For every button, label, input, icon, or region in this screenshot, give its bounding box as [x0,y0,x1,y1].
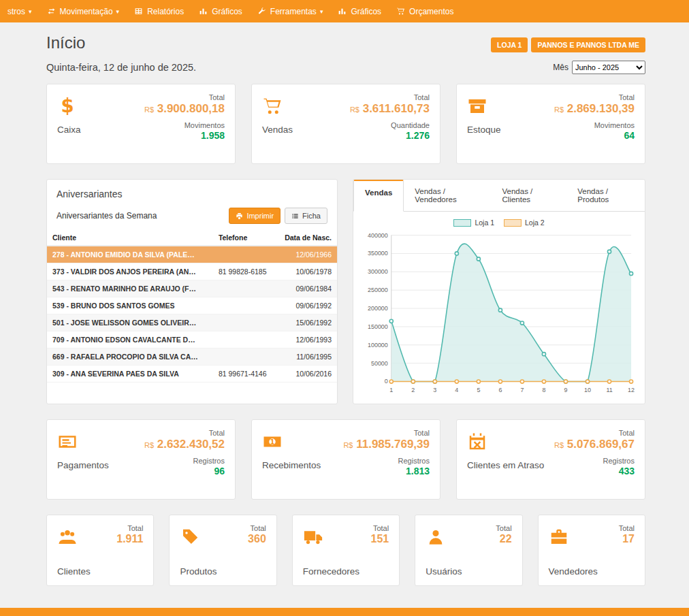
svg-text:350000: 350000 [368,250,388,257]
count-value: 151 [370,533,389,545]
count-card-usuarios[interactable]: Total22Usuários [415,515,522,586]
stats-row-3: Total1.911ClientesTotal360ProdutosTotal1… [46,515,645,586]
stat-card-estoque[interactable]: EstoqueTotalR$ 2.869.130,39Movimentos64 [456,84,645,164]
print-button[interactable]: Imprimir [229,208,281,224]
bar-chart-icon [338,7,347,16]
tab-vendas[interactable]: Vendas [353,180,404,212]
chart-legend: Loja 1Loja 2 [360,218,638,227]
total-label: Total [370,524,389,532]
nav-item-graficos[interactable]: Gráficos [191,0,250,22]
svg-text:8: 8 [542,387,545,393]
sub-label: Registros [554,457,635,465]
col-data-nasc: Data de Nasc. [276,230,337,246]
chart-tabs: VendasVendas / VendedoresVendas / Client… [353,180,645,212]
bar-chart-icon [199,7,208,16]
table-icon [134,7,143,16]
users-icon [57,527,78,547]
count-value: 1.911 [116,533,143,545]
total-label: Total [116,524,143,532]
sales-area-chart: 0500001000001500002000002500003000003500… [360,229,638,398]
truck-icon [303,527,323,547]
svg-text:4: 4 [455,387,458,393]
sub-value: 64 [554,130,635,141]
page-title: Início [46,33,85,52]
stats-row-2: PagamentosTotalR$ 2.632.430,52Registros9… [46,419,645,500]
stat-card-caixa[interactable]: CaixaTotalR$ 3.900.800,18Movimentos1.958 [46,84,236,164]
stat-card-recebimentos[interactable]: RecebimentosTotalR$ 11.985.769,39Registr… [251,419,440,500]
nav-item-stros[interactable]: stros▾ [0,0,39,22]
birthday-row[interactable]: 309 - ANA SEVERINA PAES DA SILVA81 99671… [47,366,337,383]
svg-text:0: 0 [385,378,388,385]
tag-icon [180,527,200,547]
svg-text:10: 10 [584,387,591,393]
stat-card-pagamentos[interactable]: PagamentosTotalR$ 2.632.430,52Registros9… [46,419,236,500]
birthday-row[interactable]: 669 - RAFAELA PROCOPIO DA SILVA CA…11/06… [47,348,337,366]
total-value: R$ 2.869.130,39 [554,102,635,116]
nav-item-ferramentas[interactable]: Ferramentas▾ [250,0,331,22]
birthdays-panel: Aniversariantes Aniversariantes da Seman… [46,179,338,404]
count-card-fornecedores[interactable]: Total151Fornecedores [292,515,400,586]
tab-vendas-produtos[interactable]: Vendas / Produtos [566,180,645,211]
company-badge[interactable]: PANNOS E PANNOS LTDA ME [531,37,645,52]
svg-text:1: 1 [389,387,393,393]
list-icon [291,212,299,220]
svg-text:12: 12 [628,387,635,393]
cart-icon [262,96,283,116]
sub-label: Movimentos [554,121,635,129]
total-label: Total [343,429,430,437]
svg-text:6: 6 [498,387,502,393]
total-label: Total [554,93,635,101]
legend-item: Loja 2 [504,218,545,227]
wrench-icon [257,7,266,16]
month-label: Mês [553,63,568,72]
dollar-icon [57,96,78,116]
birthday-row[interactable]: 501 - JOSE WELISSON GOMES OLIVEIR…15/06/… [47,314,337,331]
archive-icon [467,96,487,116]
birthday-row[interactable]: 278 - ANTONIO EMIDIO DA SILVA (PALE…12/0… [47,246,337,263]
nav-item-orcamentos[interactable]: Orçamentos [389,0,461,22]
sub-label: Movimentos [144,121,225,129]
total-value: R$ 5.076.869,67 [554,438,635,451]
calendar-x-icon [467,432,487,452]
svg-text:7: 7 [520,387,524,393]
sub-value: 1.276 [350,130,430,141]
col-telefone: Telefone [213,230,276,246]
birthday-row[interactable]: 543 - RENATO MARINHO DE ARAUJO (F…09/06/… [47,280,337,297]
total-label: Total [350,93,430,101]
svg-text:300000: 300000 [368,268,388,275]
tab-vendas-vendedores[interactable]: Vendas / Vendedores [404,180,491,211]
legend-swatch [453,219,471,227]
stat-card-vendas[interactable]: VendasTotalR$ 3.611.610,73Quantidade1.27… [251,84,440,164]
svg-text:50000: 50000 [371,360,388,367]
briefcase-icon [549,527,569,547]
birthday-row[interactable]: 373 - VALDIR DOS ANJOS PEREIRA (AN…81 99… [47,263,337,280]
cart-icon [396,7,405,16]
caret-down-icon: ▾ [116,8,120,15]
count-card-vendedores[interactable]: Total17Vendedores [538,515,645,586]
nav-item-movimentacao[interactable]: Movimentação▾ [39,0,127,22]
svg-text:150000: 150000 [368,323,388,330]
total-label: Total [144,429,225,437]
store-badge[interactable]: LOJA 1 [491,37,528,52]
birthdays-table: Cliente Telefone Data de Nasc. 278 - ANT… [47,230,337,383]
exchange-icon [47,7,56,16]
total-label: Total [144,93,225,101]
count-card-clientes[interactable]: Total1.911Clientes [46,515,154,586]
sub-label: Registros [144,457,225,465]
count-card-produtos[interactable]: Total360Produtos [169,515,276,586]
legend-item: Loja 1 [453,218,494,227]
nav-item-relatorios[interactable]: Relatórios [127,0,191,22]
ficha-button[interactable]: Ficha [285,208,327,224]
caret-down-icon: ▾ [29,8,32,15]
svg-text:200000: 200000 [368,305,388,312]
birthdays-title: Aniversariantes [47,180,337,205]
month-select[interactable]: Junho - 2025 [572,61,645,74]
sub-value: 1.813 [343,466,430,476]
tab-vendas-clientes[interactable]: Vendas / Clientes [492,180,567,211]
birthday-row[interactable]: 709 - ANTONIO EDSON CAVALCANTE D…12/06/1… [47,331,337,348]
sub-value: 96 [144,466,225,476]
stat-card-clientes-em-atraso[interactable]: Clientes em AtrasoTotalR$ 5.076.869,67Re… [456,419,645,500]
birthday-row[interactable]: 539 - BRUNO DOS SANTOS GOMES09/06/1992 [47,297,337,314]
current-date: Quinta-feira, 12 de junho de 2025. [46,62,196,73]
nav-item-graficos[interactable]: Gráficos [330,0,389,22]
